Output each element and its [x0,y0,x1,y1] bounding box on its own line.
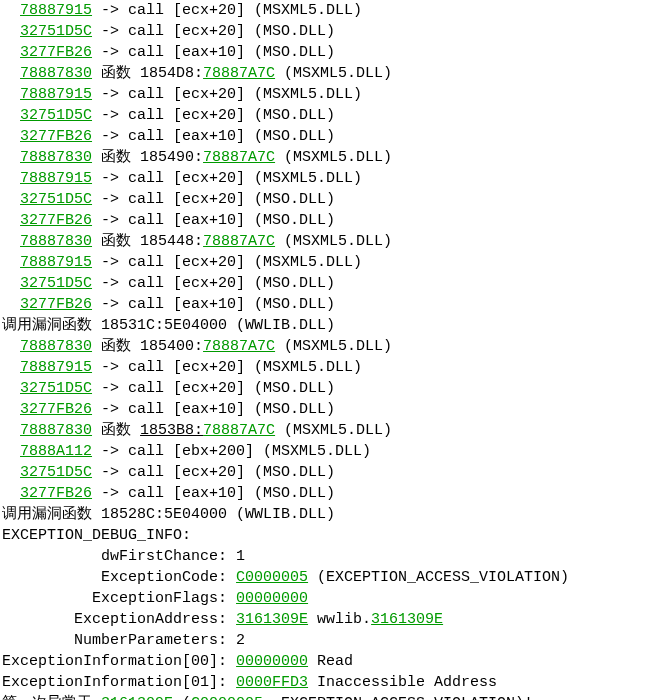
log-line: dwFirstChance: 1 [2,546,650,567]
log-text: (MSXML5.DLL) [275,233,392,250]
log-line: NumberParameters: 2 [2,630,650,651]
address-link[interactable]: 78887830 [20,338,92,355]
log-text: -> call [eax+10] (MSO.DLL) [92,128,335,145]
log-text: -> call [ecx+20] (MSXML5.DLL) [92,359,362,376]
address-link[interactable]: 32751D5C [20,191,92,208]
log-line: 3277FB26 -> call [eax+10] (MSO.DLL) [2,483,650,504]
log-line: 32751D5C -> call [ecx+20] (MSO.DLL) [2,105,650,126]
log-line: 78887915 -> call [ecx+20] (MSXML5.DLL) [2,84,650,105]
log-text: -> call [ebx+200] (MSXML5.DLL) [92,443,371,460]
log-text: -> call [ecx+20] (MSO.DLL) [92,23,335,40]
log-text: ExceptionInformation[01]: [2,674,236,691]
address-link[interactable]: 3161309E [101,695,173,700]
log-line: ExceptionInformation[01]: 0000FFD3 Inacc… [2,672,650,693]
log-text: ExceptionCode: [2,569,236,586]
address-link[interactable]: 32751D5C [20,380,92,397]
log-line: 32751D5C -> call [ecx+20] (MSO.DLL) [2,378,650,399]
log-text: 调用漏洞函数 18531C:5E04000 (WWLIB.DLL) [2,317,335,334]
log-line: 3277FB26 -> call [eax+10] (MSO.DLL) [2,42,650,63]
log-text: dwFirstChance: 1 [2,548,245,565]
address-link[interactable]: 78887A7C [203,65,275,82]
address-link[interactable]: 32751D5C [20,275,92,292]
address-link[interactable]: 3277FB26 [20,44,92,61]
address-link[interactable]: 78887915 [20,2,92,19]
log-line: 调用漏洞函数 18528C:5E04000 (WWLIB.DLL) [2,504,650,525]
log-line: ExceptionCode: C0000005 (EXCEPTION_ACCES… [2,567,650,588]
log-line: 7888A112 -> call [ebx+200] (MSXML5.DLL) [2,441,650,462]
log-text: -> call [ecx+20] (MSXML5.DLL) [92,170,362,187]
log-line: 78887830 函数 185400:78887A7C (MSXML5.DLL) [2,336,650,357]
log-text: (EXCEPTION_ACCESS_VIOLATION) [308,569,569,586]
address-link[interactable]: 32751D5C [20,23,92,40]
address-link[interactable]: 3277FB26 [20,296,92,313]
address-link[interactable]: 78887830 [20,149,92,166]
log-line: 调用漏洞函数 18531C:5E04000 (WWLIB.DLL) [2,315,650,336]
log-text: -> call [ecx+20] (MSXML5.DLL) [92,254,362,271]
address-link[interactable]: 3277FB26 [20,485,92,502]
address-link[interactable]: 78887915 [20,359,92,376]
log-text: ExceptionFlags: [2,590,236,607]
address-link[interactable]: 3161309E [371,611,443,628]
address-link[interactable]: 3161309E [236,611,308,628]
log-text: 函数 1854D8: [92,65,203,82]
log-line: 78887830 函数 185490:78887A7C (MSXML5.DLL) [2,147,650,168]
log-text: Read [308,653,353,670]
address-link[interactable]: 78887A7C [203,149,275,166]
log-line: 3277FB26 -> call [eax+10] (MSO.DLL) [2,210,650,231]
address-link[interactable]: 78887830 [20,422,92,439]
log-text: -> call [eax+10] (MSO.DLL) [92,401,335,418]
log-text: Inaccessible Address [308,674,497,691]
log-text: -> call [eax+10] (MSO.DLL) [92,212,335,229]
address-link[interactable]: 78887830 [20,233,92,250]
underlined-text: 1853B8: [140,422,203,439]
log-text: 函数 185490: [92,149,203,166]
log-text: -> call [eax+10] (MSO.DLL) [92,44,335,61]
address-link[interactable]: 32751D5C [20,464,92,481]
address-link[interactable]: 0000FFD3 [236,674,308,691]
debugger-log-output: 78887915 -> call [ecx+20] (MSXML5.DLL) 3… [0,0,652,700]
log-line: ExceptionFlags: 00000000 [2,588,650,609]
log-line: 32751D5C -> call [ecx+20] (MSO.DLL) [2,189,650,210]
address-link[interactable]: 3277FB26 [20,128,92,145]
address-link[interactable]: 78887A7C [203,338,275,355]
log-text: 函数 185400: [92,338,203,355]
log-line: 78887830 函数 1853B8:78887A7C (MSXML5.DLL) [2,420,650,441]
address-link[interactable]: 78887915 [20,170,92,187]
log-text: -> call [ecx+20] (MSO.DLL) [92,275,335,292]
log-line: EXCEPTION_DEBUG_INFO: [2,525,650,546]
log-text: EXCEPTION_DEBUG_INFO: [2,527,191,544]
address-link[interactable]: 78887830 [20,65,92,82]
address-link[interactable]: 78887A7C [203,422,275,439]
log-text: (MSXML5.DLL) [275,149,392,166]
log-text: (MSXML5.DLL) [275,422,392,439]
log-line: 32751D5C -> call [ecx+20] (MSO.DLL) [2,273,650,294]
address-link[interactable]: C0000005 [236,569,308,586]
log-line: 78887915 -> call [ecx+20] (MSXML5.DLL) [2,357,650,378]
log-text: -> call [ecx+20] (MSO.DLL) [92,107,335,124]
log-line: ExceptionAddress: 3161309E wwlib.3161309… [2,609,650,630]
log-line: 第一次异常于 3161309E (C0000005, EXCEPTION_ACC… [2,693,650,700]
address-link[interactable]: 00000000 [236,590,308,607]
log-text: 调用漏洞函数 18528C:5E04000 (WWLIB.DLL) [2,506,335,523]
address-link[interactable]: 00000000 [236,653,308,670]
address-link[interactable]: 78887915 [20,86,92,103]
log-text: -> call [eax+10] (MSO.DLL) [92,296,335,313]
log-text: ExceptionInformation[00]: [2,653,236,670]
log-line: ExceptionInformation[00]: 00000000 Read [2,651,650,672]
address-link[interactable]: 78887915 [20,254,92,271]
log-text: , EXCEPTION_ACCESS_VIOLATION)! [263,695,533,700]
log-text: -> call [ecx+20] (MSO.DLL) [92,464,335,481]
log-line: 32751D5C -> call [ecx+20] (MSO.DLL) [2,462,650,483]
address-link[interactable]: 78887A7C [203,233,275,250]
log-text: 函数 185448: [92,233,203,250]
address-link[interactable]: 3277FB26 [20,212,92,229]
log-text: 第一次异常于 [2,695,101,700]
log-text: NumberParameters: 2 [2,632,245,649]
address-link[interactable]: 3277FB26 [20,401,92,418]
log-line: 3277FB26 -> call [eax+10] (MSO.DLL) [2,126,650,147]
address-link[interactable]: 32751D5C [20,107,92,124]
address-link[interactable]: 7888A112 [20,443,92,460]
log-line: 78887915 -> call [ecx+20] (MSXML5.DLL) [2,168,650,189]
log-line: 78887915 -> call [ecx+20] (MSXML5.DLL) [2,0,650,21]
address-link[interactable]: C0000005 [191,695,263,700]
